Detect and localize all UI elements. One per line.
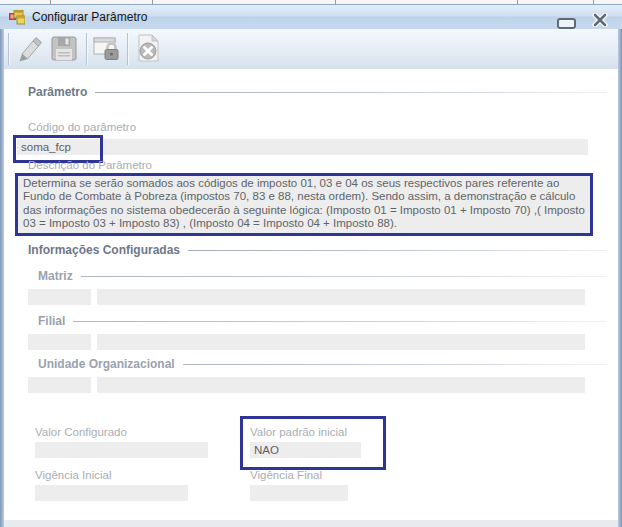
filial-codigo-field[interactable] xyxy=(28,334,91,350)
toolbar-separator xyxy=(127,33,128,65)
filial-nome-field[interactable] xyxy=(97,334,585,350)
group-title: Matriz xyxy=(38,269,73,283)
group-rule xyxy=(73,321,607,322)
codigo-parametro-label: Código do parâmetro xyxy=(28,121,136,133)
toolbar xyxy=(4,29,618,69)
vigencia-inicial-label: Vigência Inicial xyxy=(35,469,112,481)
valor-padrao-inicial-label: Valor padrão inicial xyxy=(250,426,347,438)
minimize-icon[interactable] xyxy=(557,18,576,29)
section-title: Informações Configuradas xyxy=(28,243,180,257)
winforms-app-icon xyxy=(9,10,25,25)
toolbar-separator xyxy=(86,33,87,65)
unidade-codigo-field[interactable] xyxy=(28,377,91,393)
matriz-codigo-field[interactable] xyxy=(28,289,91,305)
close-icon[interactable] xyxy=(592,13,608,27)
codigo-parametro-field[interactable]: soma_fcp xyxy=(17,139,588,155)
group-unidade-organizacional: Unidade Organizacional xyxy=(38,357,607,371)
group-rule xyxy=(81,276,607,277)
window-border xyxy=(0,29,4,527)
vigencia-final-label: Vigência Final xyxy=(250,469,322,481)
group-title: Unidade Organizacional xyxy=(38,357,175,371)
unidade-nome-field[interactable] xyxy=(97,377,585,393)
group-title: Filial xyxy=(38,314,65,328)
matriz-nome-field[interactable] xyxy=(97,289,585,305)
window-border xyxy=(618,29,622,527)
toolbar-separator xyxy=(8,33,9,65)
save-button[interactable] xyxy=(47,32,81,66)
group-rule xyxy=(183,364,607,365)
pencil-icon xyxy=(13,52,45,67)
valor-configurado-field[interactable] xyxy=(35,442,208,458)
lock-icon xyxy=(91,52,123,67)
section-rule xyxy=(95,92,607,93)
window-title: Configurar Parâmetro xyxy=(32,10,147,24)
section-informacoes-configuradas: Informações Configuradas xyxy=(28,243,607,257)
group-matriz: Matriz xyxy=(38,269,607,283)
descricao-parametro-label: Descrição do Parâmetro xyxy=(28,159,152,171)
vigencia-inicial-field[interactable] xyxy=(35,485,188,501)
save-icon xyxy=(48,52,80,67)
cancel-button[interactable] xyxy=(131,32,165,66)
cancel-icon xyxy=(132,52,164,67)
window-bottom-edge xyxy=(4,520,618,527)
configurar-parametro-dialog: Configurar Parâmetro xyxy=(0,0,622,527)
section-title: Parâmetro xyxy=(28,85,87,99)
descricao-parametro-textbox annotation-box-descricao[interactable]: Determina se serão somados aos códigos d… xyxy=(15,173,593,236)
valor-configurado-label: Valor Configurado xyxy=(35,426,127,438)
valor-padrao-inicial-field[interactable]: NAO xyxy=(250,442,361,458)
unlock-button[interactable] xyxy=(90,32,124,66)
section-rule xyxy=(188,250,607,251)
vigencia-final-field[interactable] xyxy=(250,485,348,501)
edit-button[interactable] xyxy=(12,32,46,66)
section-parametro: Parâmetro xyxy=(28,85,607,99)
title-bar: Configurar Parâmetro xyxy=(0,4,622,29)
group-filial: Filial xyxy=(38,314,607,328)
